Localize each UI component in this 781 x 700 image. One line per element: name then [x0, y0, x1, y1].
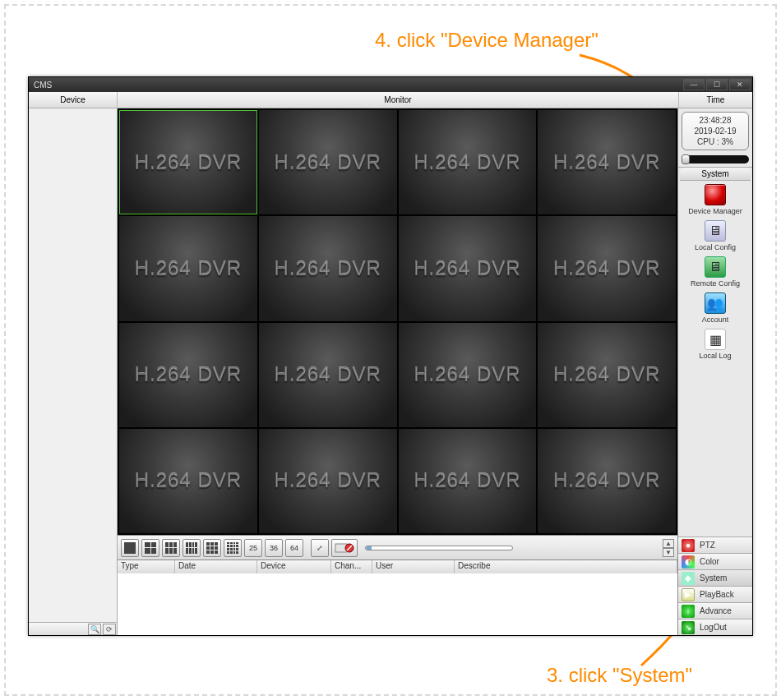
system-item-local-log[interactable]: ▦Local Log — [678, 329, 752, 360]
right-pane: 23:48:28 2019-02-19 CPU : 3% System Devi… — [678, 108, 752, 635]
layout-25-button[interactable]: 25 — [244, 539, 262, 557]
video-cell-label: H.264 DVR — [274, 363, 381, 386]
page-down-button[interactable]: ▼ — [663, 548, 674, 557]
log-col-type[interactable]: Type — [118, 560, 175, 573]
advance-icon: ↓ — [682, 605, 695, 618]
side-tab-playback[interactable]: ▶PlayBack — [678, 586, 752, 602]
clock-cpu: CPU : 3% — [682, 136, 748, 147]
video-cell-label: H.264 DVR — [135, 257, 242, 280]
close-button[interactable]: ✕ — [729, 79, 751, 90]
side-tab-label: Color — [700, 557, 719, 566]
video-cell-8[interactable]: H.264 DVR — [538, 216, 676, 320]
layout-8-button[interactable] — [183, 539, 201, 557]
log-col-describe[interactable]: Describe — [455, 560, 677, 573]
header-device: Device — [29, 92, 118, 108]
system-panel: System Device Manager🖥Local Config🖥Remot… — [678, 167, 752, 537]
users-icon: 👥 — [705, 292, 726, 314]
time-scrub[interactable] — [682, 155, 749, 163]
video-cell-15[interactable]: H.264 DVR — [399, 429, 537, 533]
video-cell-9[interactable]: H.264 DVR — [119, 323, 257, 427]
side-tab-label: LogOut — [700, 623, 727, 632]
window-green-icon: 🖥 — [705, 256, 726, 278]
ptz-icon: ● — [682, 539, 695, 552]
page-scroll[interactable]: ▲ ▼ — [663, 539, 674, 557]
red-dot-icon — [705, 184, 726, 205]
system-icon: ◆ — [682, 572, 695, 585]
side-tab-color[interactable]: ◐Color — [678, 553, 752, 569]
section-header: Device Monitor Time — [29, 92, 752, 108]
side-tab-label: PlayBack — [700, 590, 734, 599]
video-cell-label: H.264 DVR — [553, 151, 660, 174]
video-cell-5[interactable]: H.264 DVR — [119, 216, 257, 320]
system-item-remote-config[interactable]: 🖥Remote Config — [678, 256, 752, 288]
disconnect-all-button[interactable] — [331, 539, 358, 557]
window-icon: 🖥 — [705, 220, 726, 242]
system-item-label: Device Manager — [678, 207, 752, 215]
video-cell-16[interactable]: H.264 DVR — [538, 429, 676, 533]
video-cell-label: H.264 DVR — [414, 363, 520, 386]
header-time: Time — [678, 92, 752, 108]
side-tab-system[interactable]: ◆System — [678, 569, 752, 586]
cms-window: CMS — ☐ ✕ Device Monitor Time 🔍 ⟳ H.264 … — [28, 76, 753, 636]
video-cell-13[interactable]: H.264 DVR — [119, 429, 257, 533]
system-item-label: Local Config — [678, 243, 752, 251]
system-item-label: Local Log — [678, 352, 752, 360]
video-cell-label: H.264 DVR — [414, 469, 520, 492]
video-cell-6[interactable]: H.264 DVR — [259, 216, 397, 320]
video-cell-14[interactable]: H.264 DVR — [259, 429, 397, 533]
video-cell-11[interactable]: H.264 DVR — [399, 323, 537, 427]
color-icon: ◐ — [682, 555, 695, 569]
video-cell-2[interactable]: H.264 DVR — [259, 110, 397, 214]
minimize-button[interactable]: — — [683, 79, 705, 90]
layout-64-button[interactable]: 64 — [285, 539, 303, 557]
playback-icon: ▶ — [682, 588, 695, 601]
scrub-knob[interactable] — [682, 154, 690, 164]
side-tab-label: System — [700, 573, 727, 583]
layout-16-button[interactable] — [224, 539, 242, 557]
page-up-button[interactable]: ▲ — [663, 539, 674, 548]
app-title: CMS — [34, 81, 52, 90]
clock-time: 23:48:28 — [682, 115, 748, 126]
system-item-account[interactable]: 👥Account — [678, 292, 752, 324]
side-tab-advance[interactable]: ↓Advance — [678, 602, 752, 619]
log-col-user[interactable]: User — [372, 560, 455, 573]
system-item-local-config[interactable]: 🖥Local Config — [678, 220, 752, 251]
log-col-chan[interactable]: Chan... — [331, 560, 372, 573]
layout-6-button[interactable] — [162, 539, 180, 557]
side-tab-ptz[interactable]: ●PTZ — [678, 537, 752, 553]
log-col-device[interactable]: Device — [257, 560, 331, 573]
device-refresh-button[interactable]: ⟳ — [103, 624, 116, 635]
video-cell-label: H.264 DVR — [135, 363, 242, 386]
system-item-device-manager[interactable]: Device Manager — [678, 184, 752, 215]
device-tree-pane: 🔍 ⟳ — [29, 108, 118, 635]
video-cell-label: H.264 DVR — [414, 151, 520, 174]
monitor-pane: H.264 DVRH.264 DVRH.264 DVRH.264 DVRH.26… — [118, 108, 678, 635]
layout-4-button[interactable] — [141, 539, 159, 557]
video-cell-label: H.264 DVR — [135, 151, 242, 174]
video-cell-label: H.264 DVR — [274, 151, 381, 174]
maximize-button[interactable]: ☐ — [706, 79, 728, 90]
layout-9-button[interactable] — [203, 539, 221, 557]
layout-1-button[interactable] — [121, 539, 139, 557]
grid-toolbar: 25 36 64 ⤢ ▲ ▼ — [118, 535, 677, 560]
video-cell-label: H.264 DVR — [553, 363, 660, 386]
layout-36-button[interactable]: 36 — [265, 539, 283, 557]
fullscreen-button[interactable]: ⤢ — [311, 539, 329, 557]
video-cell-1[interactable]: H.264 DVR — [119, 110, 257, 214]
video-cell-4[interactable]: H.264 DVR — [538, 110, 676, 214]
system-item-label: Remote Config — [678, 279, 752, 288]
system-panel-tab[interactable]: System — [680, 168, 751, 181]
log-col-date[interactable]: Date — [175, 560, 257, 573]
side-tab-label: Advance — [700, 606, 732, 615]
video-grid: H.264 DVRH.264 DVRH.264 DVRH.264 DVRH.26… — [118, 108, 677, 535]
device-search-button[interactable]: 🔍 — [88, 624, 101, 635]
video-cell-3[interactable]: H.264 DVR — [399, 110, 537, 214]
system-item-label: Account — [678, 315, 752, 324]
side-tab-logout[interactable]: ↘LogOut — [678, 619, 752, 635]
video-cell-label: H.264 DVR — [553, 257, 660, 280]
video-cell-12[interactable]: H.264 DVR — [538, 323, 676, 427]
video-cell-7[interactable]: H.264 DVR — [399, 216, 537, 320]
video-cell-label: H.264 DVR — [135, 469, 242, 492]
video-cell-10[interactable]: H.264 DVR — [259, 323, 397, 427]
side-tabs: ●PTZ◐Color◆System▶PlayBack↓Advance↘LogOu… — [678, 537, 752, 635]
